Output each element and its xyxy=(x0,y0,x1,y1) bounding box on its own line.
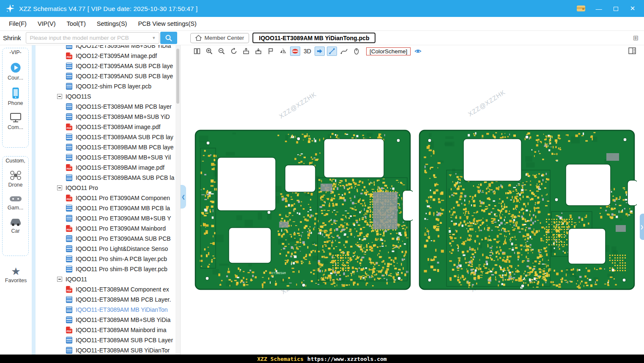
curve-tool-icon[interactable] xyxy=(339,47,349,56)
tree-collapse-toggle[interactable] xyxy=(57,185,62,190)
pcb-file-icon xyxy=(66,45,72,49)
member-center-button[interactable]: Member Center xyxy=(190,33,249,43)
document-tab[interactable]: IQOO11-ET3089AM MB YiDianTong.pcb xyxy=(252,33,375,43)
window-controls: — ✕ xyxy=(576,4,644,13)
tree-item[interactable]: IQOO11 Pro ET3090AM MB+SUB Y xyxy=(36,213,180,223)
tree-item-label: IQOO11 Pro ET3090AM MB+SUB Y xyxy=(76,215,171,222)
tree-item[interactable]: IQOO11S-ET3089AM image.pdf xyxy=(36,122,180,132)
tree-item[interactable]: IQOO12-ET3095AM MB+SUB YiDia xyxy=(36,45,180,51)
3d-view-button[interactable]: 3D xyxy=(302,48,312,55)
red-lens-icon[interactable] xyxy=(290,47,300,56)
pdf-file-icon xyxy=(66,124,72,130)
tree-item[interactable]: IQOO11 Pro ET3090AM MB PCB la xyxy=(36,203,180,213)
eye-icon[interactable] xyxy=(413,47,423,56)
flip-horizontal-icon[interactable] xyxy=(278,47,288,56)
tree-item-label: IQOO11S-ET3089AMA SUB PCB lay xyxy=(76,134,173,140)
tree-item[interactable]: IQOO11S-ET3089BAM MB PCB laye xyxy=(36,142,180,152)
tree-item[interactable]: IQOO11 Pro ET3090AM Mainbord xyxy=(36,223,180,234)
tree-collapse-toggle[interactable] xyxy=(57,277,62,282)
right-panel-handle[interactable]: ❯ xyxy=(640,214,644,240)
tree-item[interactable]: IQOO11 Pro ET3090AMA SUB PCB xyxy=(36,234,180,244)
search-tab-bar: Shrink Please input the model number or … xyxy=(0,31,644,45)
tree-item[interactable]: IQOO11-ET3089AM SUB PCB Layer xyxy=(36,335,180,345)
menu-tool[interactable]: Tool(T) xyxy=(61,20,91,27)
pdf-file-icon xyxy=(66,52,72,59)
tree-folder[interactable]: IQOO11 xyxy=(36,274,180,284)
viewer-toolbar: 3D [ColorScheme] xyxy=(181,45,644,57)
tree-item[interactable]: IQOO11S-ET3089BAMA SUB PCB la xyxy=(36,173,180,183)
tree-item[interactable]: IQOO12-ET3095AM image.pdf xyxy=(36,51,180,61)
pcb-file-icon xyxy=(66,83,72,90)
menu-pcb-view-settings[interactable]: PCB View settings(S) xyxy=(132,20,202,27)
import-icon[interactable] xyxy=(253,47,263,56)
tree-item[interactable]: IQOO11-ET3089AM MB PCB Layer. xyxy=(36,294,180,305)
refresh-icon[interactable] xyxy=(229,47,239,56)
tree-item[interactable]: IQOO12-ET3095AMA SUB PCB laye xyxy=(36,61,180,71)
vip-badge-icon[interactable] xyxy=(576,4,586,13)
colorscheme-button[interactable]: [ColorScheme] xyxy=(366,47,411,55)
layers-panel-icon[interactable] xyxy=(628,47,636,57)
tree-item[interactable]: IQOO11-ET3089AM Component ex xyxy=(36,284,180,294)
tree-folder[interactable]: IQOO11 Pro xyxy=(36,183,180,193)
search-placeholder: Please input the model number or PCB xyxy=(30,35,129,41)
sidebar-item-drone[interactable]: Drone xyxy=(3,170,28,188)
flag-icon[interactable] xyxy=(266,47,276,56)
tree-item[interactable]: IQOO11 Pro Light&Distance Senso xyxy=(36,244,180,254)
export-icon[interactable] xyxy=(241,47,251,56)
tree-collapse-toggle[interactable] xyxy=(57,94,62,99)
pcb-board-right[interactable] xyxy=(417,128,637,293)
search-input[interactable]: Please input the model number or PCB ▾ xyxy=(26,32,159,44)
tree-item[interactable]: IQOO11 Pro shim-A PCB layer.pcb xyxy=(36,254,180,264)
smartphone-icon xyxy=(11,87,20,99)
diagonal-measure-icon[interactable] xyxy=(327,47,337,56)
tree-item[interactable]: IQOO12-ET3095AND SUB PCB laye xyxy=(36,71,180,81)
maximize-button[interactable] xyxy=(612,5,619,12)
tree-item[interactable]: IQOO11-ET3089AM MB YiDianTon xyxy=(36,305,180,315)
sidebar-item-course[interactable]: Cour... xyxy=(3,62,28,81)
pcb-board-left[interactable]: ET3089AM xyxy=(193,128,413,293)
tree-item[interactable]: IQOO11S-ET3089AM MB PCB layer xyxy=(36,102,180,112)
sidebar-item-favorites[interactable]: ★ Favorites xyxy=(0,266,32,283)
minimize-button[interactable]: — xyxy=(595,5,603,12)
split-view-icon[interactable] xyxy=(192,47,202,56)
tree-item[interactable]: IQOO11S-ET3089AMA SUB PCB lay xyxy=(36,132,180,142)
tree-item[interactable]: IQOO12-shim PCB layer.pcb xyxy=(36,81,180,91)
tree-item[interactable]: IQOO11-ET3089AM SUB YiDianTor xyxy=(36,345,180,355)
sidebar-item-game[interactable]: Gam... xyxy=(3,194,28,211)
tree-item-label: IQOO11-ET3089AM Mainbord ima xyxy=(76,327,167,333)
arrow-right-icon[interactable] xyxy=(315,47,325,56)
panel-close-icon[interactable]: ⊞ xyxy=(633,34,639,42)
tree-collapse-handle[interactable]: ❮ xyxy=(181,185,186,209)
zoom-out-icon[interactable] xyxy=(216,47,227,56)
tree-item[interactable]: IQOO11-ET3089AM Mainbord ima xyxy=(36,325,180,335)
menu-settings[interactable]: Settings(S) xyxy=(91,20,133,27)
play-circle-icon xyxy=(10,62,22,74)
zoom-in-icon[interactable] xyxy=(204,47,214,56)
search-button[interactable] xyxy=(160,32,177,44)
file-tree-panel: IQOO12-ET3095AM MB+SUB YiDiaIQOO12-ET309… xyxy=(36,45,181,355)
vip-group-label: -VIP- xyxy=(3,50,28,55)
close-button[interactable]: ✕ xyxy=(629,5,636,12)
tree-item-label: IQOO11 Pro xyxy=(66,184,98,191)
tree-item[interactable]: IQOO11S-ET3089BAM MB+SUB Yil xyxy=(36,152,180,162)
tree-scrollbar[interactable] xyxy=(175,45,180,355)
tree-item[interactable]: IQOO11 Pro shim-B PCB layer.pcb xyxy=(36,264,180,274)
file-tree: IQOO12-ET3095AM MB+SUB YiDiaIQOO12-ET309… xyxy=(36,45,180,355)
sidebar-item-phone[interactable]: Phone xyxy=(3,87,28,106)
tree-item-label: IQOO11-ET3089AM MB+SUB YiDia xyxy=(76,316,170,323)
pcb-canvas[interactable]: XZZ@XZZHK XZZ@XZZHK XZZ@XZZHK XZZ@XZZHK … xyxy=(181,57,644,355)
tree-item[interactable]: IQOO11S-ET3089AM MB+SUB YiD xyxy=(36,112,180,122)
menu-file[interactable]: File(F) xyxy=(3,20,32,27)
sidebar-item-car[interactable]: Car xyxy=(3,217,28,234)
tree-item[interactable]: IQOO11-ET3089AM MB+SUB YiDia xyxy=(36,315,180,325)
tree-scrollbar-thumb[interactable] xyxy=(176,49,179,104)
pcb-file-icon xyxy=(66,174,72,181)
dropdown-caret-icon[interactable]: ▾ xyxy=(153,35,155,41)
tree-item[interactable]: IQOO11S-ET3089BAM image.pdf xyxy=(36,162,180,173)
menu-vip[interactable]: VIP(V) xyxy=(32,20,61,27)
mouse-tool-icon[interactable] xyxy=(351,47,362,56)
shrink-button[interactable]: Shrink xyxy=(3,34,21,41)
tree-item[interactable]: IQOO11 Pro ET3090AM Componen xyxy=(36,193,180,203)
tree-folder[interactable]: IQOO11S xyxy=(36,91,180,102)
sidebar-item-computer[interactable]: Com... xyxy=(3,113,28,130)
